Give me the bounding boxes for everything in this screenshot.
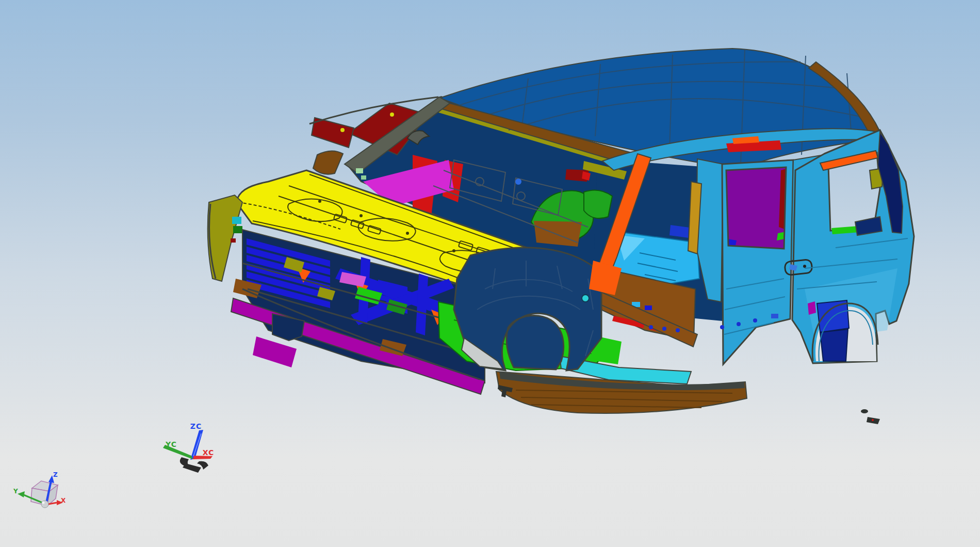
wcs-y-label: YC <box>165 440 177 448</box>
fender-red-dot <box>231 238 236 243</box>
view-y-arrow-head <box>18 491 25 497</box>
bolt-dot-1 <box>340 128 345 132</box>
fender-cyan-grommet <box>582 295 589 302</box>
apillar-mint-bit-2 <box>361 175 366 180</box>
view-z-label: Z <box>53 471 58 478</box>
wcs-origin-handles[interactable] <box>180 457 208 473</box>
dash-brown-panel[interactable] <box>534 221 582 247</box>
view-cube-triad: Z Y X <box>13 471 66 508</box>
view-x-label: X <box>61 497 66 504</box>
wcs-z-label: ZC <box>190 422 202 430</box>
sill-blue-patch <box>771 314 778 318</box>
view-origin-sphere-highlight <box>42 502 45 504</box>
debris-red-dot <box>872 419 874 421</box>
floor-blue-bit <box>645 305 652 310</box>
view-origin-sphere[interactable] <box>41 501 48 508</box>
wcs-triad: ZC YC XC <box>163 422 214 473</box>
debris-fragment-1[interactable] <box>861 409 868 413</box>
apillar-red-inner[interactable] <box>312 118 354 148</box>
dash-blue-glint <box>515 179 521 185</box>
shock-tower-green-left[interactable] <box>584 190 612 218</box>
wcs-x-label: XC <box>203 448 215 457</box>
car-body-model <box>208 49 914 424</box>
view-y-label: Y <box>13 488 18 495</box>
cad-viewport[interactable]: ZC YC XC Z Y X <box>0 0 980 547</box>
model-canvas: ZC YC XC Z Y X <box>0 0 980 547</box>
arch-magenta-sliver[interactable] <box>808 301 816 315</box>
fender-teal-patch[interactable] <box>232 217 241 224</box>
apillar-mint-bit-1 <box>356 168 363 173</box>
wcs-z-axis-arrow[interactable] <box>190 430 203 460</box>
bolt-dot-2 <box>390 112 394 117</box>
wheel-house-blue-box-lower[interactable] <box>820 329 848 361</box>
fender-green-patch[interactable] <box>233 226 242 233</box>
apillar-brown-curl[interactable] <box>313 151 343 174</box>
fascia-magenta-block[interactable] <box>253 336 297 367</box>
